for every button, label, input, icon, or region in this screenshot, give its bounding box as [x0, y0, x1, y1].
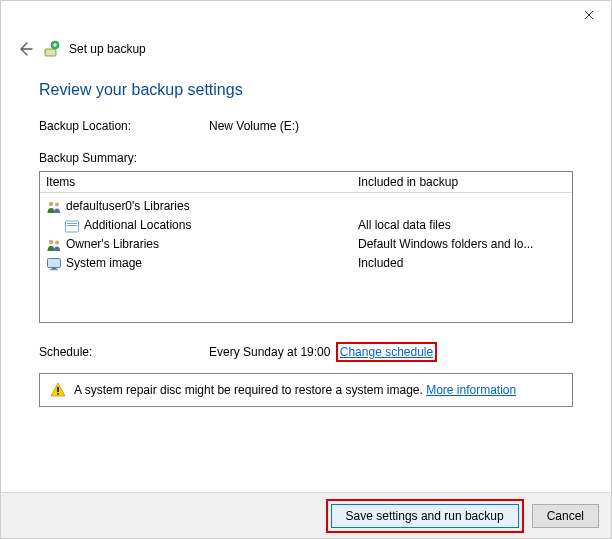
- backup-location-value: New Volume (E:): [209, 119, 573, 133]
- page-heading: Review your backup settings: [39, 81, 573, 99]
- svg-point-3: [55, 202, 59, 206]
- app-title: Set up backup: [69, 42, 146, 56]
- svg-rect-13: [57, 393, 59, 395]
- monitor-icon: [46, 256, 62, 272]
- repair-disc-info: A system repair disc might be required t…: [39, 373, 573, 407]
- content-area: Review your backup settings Backup Locat…: [1, 63, 611, 407]
- summary-table-header: Items Included in backup: [40, 172, 572, 193]
- col-items: Items: [46, 175, 358, 189]
- summary-table-body: defaultuser0's LibrariesAdditional Locat…: [40, 193, 572, 277]
- cancel-button[interactable]: Cancel: [532, 504, 599, 528]
- item-name: Owner's Libraries: [66, 235, 159, 254]
- save-button-highlight: Save settings and run backup: [326, 499, 524, 533]
- header-row: Set up backup: [1, 31, 611, 63]
- table-row[interactable]: Additional LocationsAll local data files: [40, 216, 572, 235]
- svg-rect-11: [50, 269, 58, 270]
- svg-point-2: [49, 201, 53, 205]
- close-button[interactable]: [566, 1, 611, 29]
- back-button[interactable]: [15, 39, 35, 59]
- item-included: All local data files: [358, 216, 572, 235]
- schedule-value: Every Sunday at 19:00 Change schedule: [209, 345, 437, 359]
- item-included: Included: [358, 254, 572, 273]
- table-row[interactable]: System imageIncluded: [40, 254, 572, 273]
- table-row[interactable]: Owner's LibrariesDefault Windows folders…: [40, 235, 572, 254]
- close-icon: [584, 10, 594, 20]
- repair-disc-text: A system repair disc might be required t…: [74, 383, 516, 397]
- warning-icon: [50, 382, 66, 398]
- summary-box: Items Included in backup defaultuser0's …: [39, 171, 573, 323]
- table-row[interactable]: defaultuser0's Libraries: [40, 197, 572, 216]
- schedule-row: Schedule: Every Sunday at 19:00 Change s…: [39, 345, 573, 359]
- more-information-link[interactable]: More information: [426, 383, 516, 397]
- svg-rect-5: [67, 223, 77, 224]
- schedule-value-text: Every Sunday at 19:00: [209, 345, 330, 359]
- repair-text: A system repair disc might be required t…: [74, 383, 426, 397]
- svg-rect-6: [67, 225, 77, 226]
- change-schedule-link[interactable]: Change schedule: [340, 345, 433, 359]
- titlebar: [1, 1, 611, 31]
- svg-rect-12: [57, 387, 59, 392]
- svg-point-7: [49, 239, 53, 243]
- col-included: Included in backup: [358, 175, 566, 189]
- users-icon: [46, 199, 62, 215]
- schedule-label: Schedule:: [39, 345, 209, 359]
- back-arrow-icon: [17, 41, 33, 57]
- item-name: Additional Locations: [84, 216, 191, 235]
- svg-point-8: [55, 240, 59, 244]
- backup-location-label: Backup Location:: [39, 119, 209, 133]
- backup-location-row: Backup Location: New Volume (E:): [39, 119, 573, 133]
- svg-rect-4: [66, 221, 79, 232]
- item-included: Default Windows folders and lo...: [358, 235, 572, 254]
- svg-rect-0: [45, 49, 56, 56]
- button-bar: Save settings and run backup Cancel: [1, 492, 611, 538]
- item-name: System image: [66, 254, 142, 273]
- svg-rect-10: [52, 268, 57, 269]
- item-name: defaultuser0's Libraries: [66, 197, 190, 216]
- backup-icon: [43, 40, 61, 58]
- folder-icon: [64, 218, 80, 234]
- backup-summary-label: Backup Summary:: [39, 151, 573, 165]
- save-button[interactable]: Save settings and run backup: [331, 504, 519, 528]
- users-icon: [46, 237, 62, 253]
- svg-rect-9: [48, 258, 61, 267]
